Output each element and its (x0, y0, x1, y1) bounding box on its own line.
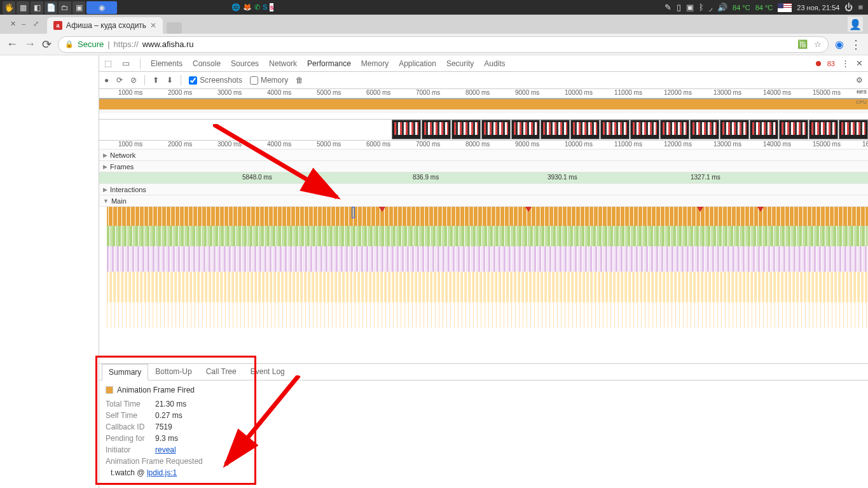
stat-label: Total Time (106, 400, 155, 408)
address-input[interactable]: 🔒 Secure | https://www.afisha.ru 🈯 ☆ (58, 36, 829, 53)
timeline-overview[interactable]: 1000 ms2000 ms3000 ms4000 ms5000 ms6000 … (99, 89, 868, 120)
section-main[interactable]: ▼Main (99, 195, 868, 207)
tab-security[interactable]: Security (446, 59, 474, 68)
record-button-icon[interactable]: ● (104, 76, 109, 85)
screenshot-thumb[interactable] (481, 120, 511, 139)
monitor-icon[interactable]: ◧ (31, 1, 43, 14)
app-launcher-icon[interactable]: 🖐 (3, 1, 15, 14)
tab-audits[interactable]: Audits (484, 59, 505, 68)
initiator-label: Initiator (106, 445, 155, 454)
translate-icon[interactable]: 🈯 (797, 39, 808, 49)
section-interactions[interactable]: ▶Interactions (99, 184, 868, 195)
inspect-icon[interactable]: ⬚ (104, 59, 112, 68)
chrome-taskbar-icon[interactable]: ◉ (86, 1, 117, 14)
back-button-icon[interactable]: ← (6, 38, 18, 51)
screenshot-thumb[interactable] (809, 120, 838, 139)
tab-summary[interactable]: Summary (102, 364, 148, 380)
profile-icon[interactable]: 👤 (848, 17, 863, 32)
upload-icon[interactable]: ⬆ (153, 76, 159, 85)
url-scheme: https:// (114, 39, 139, 49)
screenshot-thumb[interactable] (511, 120, 541, 139)
ruler-tick: 8000 ms (465, 89, 490, 96)
memory-checkbox[interactable]: Memory (250, 76, 288, 85)
battery-icon[interactable]: ▯ (677, 3, 681, 12)
browser-menu-icon[interactable]: ⋮ (850, 38, 862, 52)
slack-icon[interactable]: s (270, 3, 273, 11)
screenshot-thumb[interactable] (392, 120, 421, 139)
edit-icon[interactable]: ✎ (665, 3, 672, 12)
settings-gear-icon[interactable]: ⚙ (856, 76, 863, 85)
section-frames[interactable]: ▶Frames (99, 161, 868, 172)
screenshot-thumb[interactable] (630, 120, 659, 139)
stat-label: Self Time (106, 411, 155, 420)
screenshots-checkbox[interactable]: Screenshots (189, 76, 242, 85)
error-count[interactable]: 83 (827, 60, 835, 67)
tab-elements[interactable]: Elements (151, 59, 183, 68)
extension-icon[interactable]: ◉ (835, 38, 844, 50)
tab-application[interactable]: Application (399, 59, 436, 68)
bluetooth-icon[interactable]: ᛒ (699, 3, 704, 12)
wifi-icon[interactable]: ◞ (709, 3, 712, 12)
tab-performance[interactable]: Performance (307, 59, 351, 68)
screenshot-thumb[interactable] (779, 120, 808, 139)
display-icon[interactable]: ▣ (686, 3, 694, 12)
screenshot-thumb[interactable] (660, 120, 689, 139)
ruler-tick: 16 (862, 141, 868, 148)
frames-track[interactable]: 5848.0 ms836.9 ms3930.1 ms1327.1 ms (99, 172, 868, 184)
menu-icon[interactable]: ≡ (858, 3, 863, 12)
firefox-icon[interactable]: 🦊 (243, 3, 252, 11)
keyboard-flag-icon[interactable] (778, 3, 792, 12)
new-tab-button[interactable] (167, 22, 182, 34)
stat-value: 7519 (155, 422, 172, 431)
cpu-temp-1: 84 °C (733, 4, 750, 11)
volume-icon[interactable]: 🔊 (717, 3, 727, 12)
folder-icon[interactable]: 🗀 (59, 1, 71, 14)
tab-call-tree[interactable]: Call Tree (199, 363, 244, 380)
devtools-menu-icon[interactable]: ⋮ (841, 59, 850, 68)
address-bar: ← → ⟳ 🔒 Secure | https://www.afisha.ru 🈯… (0, 34, 868, 55)
screenshot-thumb[interactable] (422, 120, 451, 139)
screenshot-thumb[interactable] (600, 120, 630, 139)
screenshot-thumb[interactable] (451, 120, 481, 139)
window-maximize-icon[interactable]: ⤢ (33, 20, 42, 29)
calc-icon[interactable]: ▦ (17, 1, 29, 14)
screenshot-thumb[interactable] (690, 120, 719, 139)
reload-record-icon[interactable]: ⟳ (116, 76, 123, 85)
whatsapp-icon[interactable]: ✆ (254, 3, 260, 11)
stack-function: t.watch (111, 468, 135, 477)
skype-icon[interactable]: S (263, 3, 267, 11)
main-flame-chart[interactable] (99, 207, 868, 372)
tab-close-icon[interactable]: ✕ (150, 21, 156, 30)
tab-sources[interactable]: Sources (231, 59, 259, 68)
tab-console[interactable]: Console (193, 59, 221, 68)
stack-source-link[interactable]: lpdid.js:1 (147, 468, 177, 477)
terminal-icon[interactable]: ▣ (72, 1, 85, 14)
browser-tab[interactable]: a Афиша – куда сходить ✕ (47, 17, 163, 34)
reload-button-icon[interactable]: ⟳ (42, 38, 52, 52)
devtools-close-icon[interactable]: ✕ (856, 59, 863, 68)
screenshot-thumb[interactable] (750, 120, 779, 139)
download-icon[interactable]: ⬇ (167, 76, 173, 85)
tab-network[interactable]: Network (269, 59, 297, 68)
tab-event-log[interactable]: Event Log (244, 363, 292, 380)
device-mode-icon[interactable]: ▭ (122, 59, 130, 68)
screenshot-thumb[interactable] (541, 120, 570, 139)
secure-label: Secure (78, 39, 104, 49)
window-minimize-icon[interactable]: – (22, 20, 31, 29)
clear-icon[interactable]: ⊘ (130, 76, 137, 85)
window-close-icon[interactable]: ✕ (10, 20, 19, 29)
notes-icon[interactable]: 📄 (45, 1, 57, 14)
chrome-icon[interactable]: 🌐 (231, 3, 240, 11)
initiator-reveal-link[interactable]: reveal (155, 445, 176, 454)
ruler-tick: 13000 ms (713, 141, 741, 148)
section-network[interactable]: ▶Network (99, 150, 868, 161)
bookmark-icon[interactable]: ☆ (814, 39, 822, 49)
tab-bottom-up[interactable]: Bottom-Up (148, 363, 198, 380)
screenshot-thumb[interactable] (720, 120, 749, 139)
screenshot-thumb[interactable] (839, 120, 868, 139)
gc-icon[interactable]: 🗑 (296, 76, 303, 85)
power-icon[interactable]: ⏻ (844, 3, 853, 12)
tab-memory[interactable]: Memory (361, 59, 389, 68)
ruler-tick: 5000 ms (317, 141, 341, 148)
screenshot-thumb[interactable] (570, 120, 600, 139)
